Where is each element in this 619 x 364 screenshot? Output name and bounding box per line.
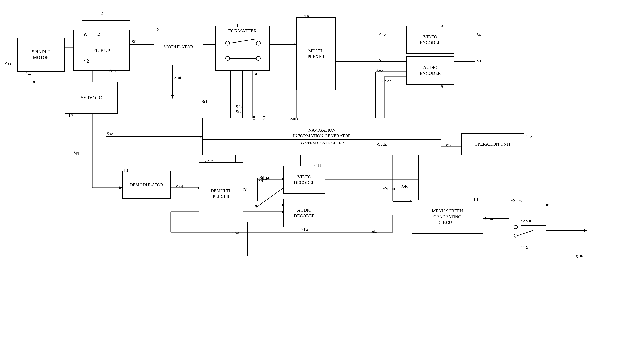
modulator-block: MODULATOR <box>154 30 203 64</box>
label-A: A <box>84 32 87 37</box>
signal-Smu: Smu <box>485 216 493 221</box>
signal-Spd-2: Spd <box>232 230 239 236</box>
label-16: 16 <box>304 14 309 19</box>
formatter-block: FORMATTER <box>215 26 270 71</box>
label-10: 10 <box>123 167 128 173</box>
signal-Sfe: Sfe <box>131 39 138 44</box>
signal-Sv: Sv <box>477 32 481 38</box>
signal-Scsw: ~Scsw <box>511 198 522 203</box>
svg-marker-18 <box>294 43 296 45</box>
multiplexer-block: MULTI-PLEXER <box>296 17 336 90</box>
svg-point-94 <box>225 56 230 60</box>
svg-point-95 <box>256 56 260 60</box>
label-B: B <box>97 32 100 37</box>
svg-marker-46 <box>200 136 202 138</box>
signal-Sea: Sea <box>379 58 386 63</box>
svg-point-91 <box>225 41 230 45</box>
svg-marker-49 <box>120 187 122 189</box>
signal-Scmu: ~Scmu <box>382 186 395 191</box>
signal-Scf: Scf <box>201 99 208 104</box>
label-12: ~12 <box>301 226 308 232</box>
signal-Sa: Sa <box>477 58 481 63</box>
operation-unit-block: OPERATION UNIT <box>461 133 524 155</box>
signal-Sev: Sev <box>379 32 386 38</box>
svg-marker-88 <box>581 255 583 257</box>
label-3: 3 <box>157 27 160 32</box>
svg-marker-6 <box>33 81 35 84</box>
signal-Ssp: Ssp <box>109 68 116 73</box>
label-6: 6 <box>441 84 443 89</box>
signal-Smt: Smt <box>174 75 181 80</box>
signal-Smx: Smx <box>290 116 298 121</box>
label-19: ~19 <box>521 244 529 250</box>
demultiplexer-block: DEMULTI-PLEXER <box>199 162 243 225</box>
signal-S: S <box>576 254 578 260</box>
svg-marker-16 <box>171 96 173 98</box>
signal-Spp: Spp <box>73 150 80 155</box>
signal-Sdmx: Sdmx <box>260 175 270 180</box>
signal-Sin: Sin <box>446 143 452 149</box>
signal-Sss: Sss <box>5 61 11 67</box>
label-1: 2 <box>101 10 103 16</box>
label-11: ~11 <box>314 162 322 168</box>
servo-ic-block: SERVO IC <box>65 82 118 113</box>
svg-line-76 <box>256 188 283 208</box>
demodulator-block: DEMODULATOR <box>122 171 171 199</box>
label-5: 5 <box>441 22 443 28</box>
label-4: 4 <box>236 22 238 28</box>
video-encoder-block: VIDEOENCODER <box>407 26 454 54</box>
label-2: ~2 <box>84 58 89 64</box>
svg-marker-86 <box>584 229 587 232</box>
label-17: ~17 <box>205 159 213 165</box>
label-7: 7 <box>263 115 266 121</box>
svg-line-100 <box>517 230 533 236</box>
signal-Sca: ~Sca <box>382 79 391 84</box>
video-decoder-block: VIDEODECODER <box>283 166 325 194</box>
svg-point-92 <box>256 41 260 45</box>
label-15: ~15 <box>524 133 532 139</box>
signal-Ssc: Ssc <box>107 131 113 137</box>
audio-decoder-block: AUDIODECODER <box>283 199 325 227</box>
nav-gen-block: NAVIGATIONINFORMATION GENERATOR SYSTEM C… <box>202 118 441 155</box>
label-14: 14 <box>26 71 31 77</box>
signal-Snd: Snd <box>236 109 242 114</box>
signal-Sda: Sda <box>371 229 377 234</box>
signal-Sdout: Sdout <box>521 219 531 224</box>
signal-Scv: ~Scv <box>374 68 383 73</box>
svg-marker-43 <box>255 72 257 75</box>
spindle-motor-block: SPINDLEMOTOR <box>17 38 65 72</box>
audio-encoder-block: AUDIOENCODER <box>407 56 454 84</box>
svg-marker-54 <box>255 205 257 208</box>
label-13: 13 <box>68 113 73 118</box>
signal-Scda: ~Scda <box>376 142 387 147</box>
svg-line-93 <box>230 39 256 43</box>
signal-Sdv: Sdv <box>401 184 408 190</box>
svg-point-98 <box>514 234 517 237</box>
signal-Sfm: Sfm <box>236 104 243 109</box>
signal-Spd-1: Spd <box>176 184 183 190</box>
pickup-block: PICKUP <box>73 30 130 71</box>
svg-marker-66 <box>547 204 549 206</box>
label-18: 18 <box>473 196 478 202</box>
label-8: 8 <box>253 115 255 121</box>
menu-screen-block: MENU SCREENGENERATINGCIRCUIT <box>411 200 483 234</box>
svg-point-97 <box>514 225 517 229</box>
